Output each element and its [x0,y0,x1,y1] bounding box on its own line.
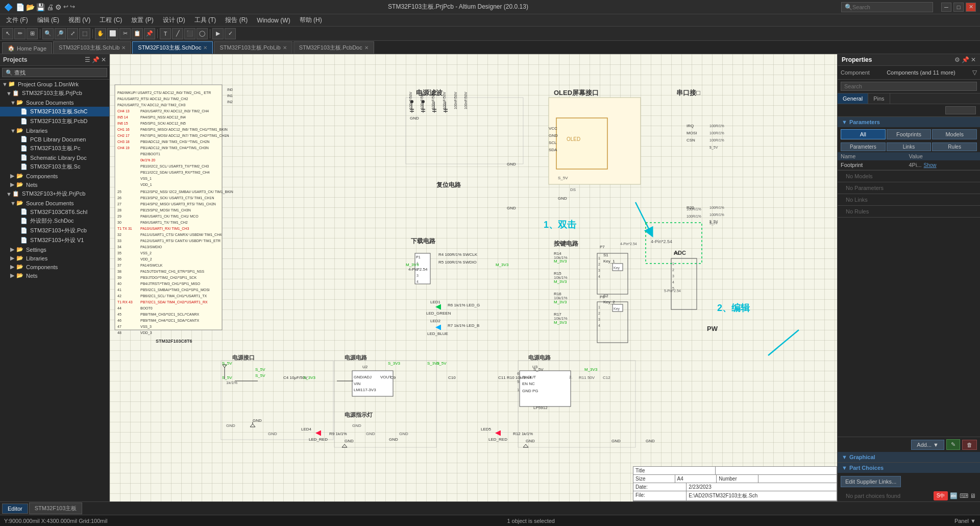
tab-close-schdoc[interactable]: ✕ [203,45,207,51]
tree-item-schdoc[interactable]: 📄 STM32F103主板.SchC [0,107,109,116]
tree-item-stm32-prjpcb[interactable]: ▼ 📋 STM32F103主板.PrjPcb [0,88,109,98]
menu-project[interactable]: 工程 (C) [95,15,126,26]
menu-place[interactable]: 放置 (P) [127,15,157,26]
param-links-btn[interactable]: Links [887,142,932,151]
schematic-canvas[interactable]: PA0/WKUP/ USART2_CTS/ ADC12_IN0/ TIM2_CH… [110,54,837,501]
edit-button[interactable]: ✎ [946,439,960,450]
tb-zoom-area[interactable]: ⬚ [79,28,90,39]
tree-item-c8t6[interactable]: 📄 STM32F103C8T6.SchI [0,207,109,216]
filter-icon[interactable]: ▽ [972,69,977,76]
footprint-row[interactable]: Footprint 4Pi... Show [838,160,980,170]
project-search-input[interactable] [2,68,107,77]
tab-close-schlib[interactable]: ✕ [121,45,126,51]
tb-compile[interactable]: ▶ [212,28,224,39]
tree-item-schlibdoc[interactable]: 📄 Schematic Library Doc [0,153,109,162]
tree-item-libraries1[interactable]: ▼ 📂 Libraries [0,126,109,135]
tb-text[interactable]: T [160,28,171,39]
tb-wire[interactable]: ✏ [14,28,26,39]
tree-item-project-group[interactable]: ▼ 📁 Project Group 1.DsnWrk [0,80,109,88]
panel-close-btn[interactable]: ✕ [101,56,106,63]
minimize-button[interactable]: ─ [941,3,951,12]
schematic-grid[interactable]: PA0/WKUP/ USART2_CTS/ ADC12_IN0/ TIM2_CH… [110,54,837,501]
menu-reports[interactable]: 报告 (R) [221,15,252,26]
tab-schlib[interactable]: STM32F103主板.SchLib ✕ [53,41,131,54]
bottom-tab-editor[interactable]: Editor [2,504,28,514]
global-search-bar[interactable]: 🔍 [841,2,933,12]
rp-settings-btn[interactable]: ⚙ [954,56,960,63]
tree-item-pcblib[interactable]: 📄 STM32F103主板.Pc [0,144,109,153]
tree-item-components2[interactable]: ▶ 📂 Components [0,262,109,271]
tb-paste[interactable]: 📌 [144,28,155,39]
part-choices-header[interactable]: ▼ Part Choices [838,463,980,473]
rp-search-container[interactable] [838,80,980,93]
param-rules-btn[interactable]: Rules [932,142,977,151]
tb-arc[interactable]: ◯ [197,28,208,39]
tb-rect[interactable]: ⬛ [184,28,195,39]
tree-item-libraries2[interactable]: ▶ 📂 Libraries [0,254,109,262]
tab-close-pcblib[interactable]: ✕ [283,45,287,51]
tree-item-waishebufeng[interactable]: 📄 外设部分.SchDoc [0,216,109,226]
footprint-show-link[interactable]: Show [924,162,937,168]
tb-copy[interactable]: 📋 [132,28,143,39]
tab-pins[interactable]: Pins [868,93,890,104]
tree-item-pcbdoc[interactable]: 📄 STM32F103主板.PcbD [0,116,109,126]
menu-help[interactable]: 帮助 (H) [296,15,326,26]
param-models-btn[interactable]: Models [932,129,977,139]
rp-close-btn[interactable]: ✕ [971,56,976,63]
rp-search-input[interactable] [841,82,977,91]
param-all-btn[interactable]: All [841,129,886,139]
panel-menu-btn[interactable]: ☰ [85,56,90,63]
tree-item-pcblibdoc[interactable]: 📄 PCB Library Documen [0,135,109,144]
menu-tools[interactable]: 工具 (T) [190,15,220,26]
tb-line[interactable]: ╱ [172,28,183,39]
tb-zoom-in[interactable]: 🔍 [42,28,54,39]
maximize-button[interactable]: □ [953,3,964,12]
project-search-box[interactable] [0,66,109,80]
tree-item-components1[interactable]: ▶ 📂 Components [0,172,109,180]
menu-design[interactable]: 设计 (D) [159,15,189,26]
edit-supplier-links-button[interactable]: Edit Supplier Links... [841,476,901,487]
tree-item-ext-v1[interactable]: 📄 STM32F103+外设 V1 [0,235,109,245]
window-title: STM32F103主板.PrjPcb - Altium Designer (20… [75,3,841,11]
tb-zoom-fit[interactable]: ⤢ [67,28,78,39]
tab-home[interactable]: 🏠 Home Page [2,42,52,54]
menubar: 文件 (F) 编辑 (E) 视图 (V) 工程 (C) 放置 (P) 设计 (D… [0,14,980,27]
tab-pcblib[interactable]: STM32F103主板.PcbLib ✕ [214,41,292,54]
tb-select[interactable]: ⬜ [107,28,118,39]
menu-file[interactable]: 文件 (F) [2,15,32,26]
tab-general[interactable]: General [838,93,868,104]
global-search-input[interactable] [852,4,924,10]
tree-item-schlib[interactable]: 📄 STM32F103主板.Sc [0,162,109,172]
param-footprints-btn[interactable]: Footprints [887,129,932,139]
graphical-header[interactable]: ▼ Graphical [838,452,980,462]
tb-net[interactable]: ⊞ [27,28,38,39]
menu-window[interactable]: Window (W) [253,16,294,25]
tree-item-source-docs1[interactable]: ▼ 📂 Source Documents [0,98,109,107]
delete-button[interactable]: 🗑 [962,440,977,450]
bottom-tab-schdoc[interactable]: STM32F103主板 [29,503,83,514]
menu-edit[interactable]: 编辑 (E) [33,15,63,26]
tb-zoom-out[interactable]: 🔎 [55,28,66,39]
close-button[interactable]: ✕ [966,3,976,12]
add-button[interactable]: Add... ▼ [911,440,944,450]
tab-schdoc[interactable]: STM32F103主板.SchDoc ✕ [132,41,213,54]
menu-view[interactable]: 视图 (V) [64,15,94,26]
panel-right-btn[interactable]: Panel ▼ [954,518,976,524]
tb-cut[interactable]: ✂ [119,28,131,39]
rp-pin-btn[interactable]: 📌 [962,56,969,63]
tree-item-ext-pcb[interactable]: 📄 STM32F103+外设.Pcb [0,226,109,235]
tab-pcbdoc[interactable]: STM32F103主板.PcbDoc ✕ [293,41,374,54]
degree-input[interactable]: 0 Degrees [945,106,976,114]
tree-item-nets1[interactable]: ▶ 📂 Nets [0,180,109,189]
tb-cursor[interactable]: ↖ [2,28,13,39]
tree-item-nets2[interactable]: ▶ 📂 Nets [0,271,109,280]
tree-item-source-docs2[interactable]: ▼ 📂 Source Documents [0,199,109,207]
tb-validate[interactable]: ✓ [225,28,236,39]
tb-pan[interactable]: ✋ [95,28,106,39]
parameters-header[interactable]: ▼ Parameters [838,117,980,127]
panel-pin-btn[interactable]: 📌 [92,56,100,63]
tab-close-pcbdoc[interactable]: ✕ [364,45,369,51]
tree-item-settings[interactable]: ▶ 📂 Settings [0,245,109,254]
tree-item-stm32-ext-prjpcb[interactable]: ▼ 📋 STM32F103+外设.PrjPcb [0,189,109,199]
param-parameters-btn[interactable]: Parameters [841,142,886,151]
